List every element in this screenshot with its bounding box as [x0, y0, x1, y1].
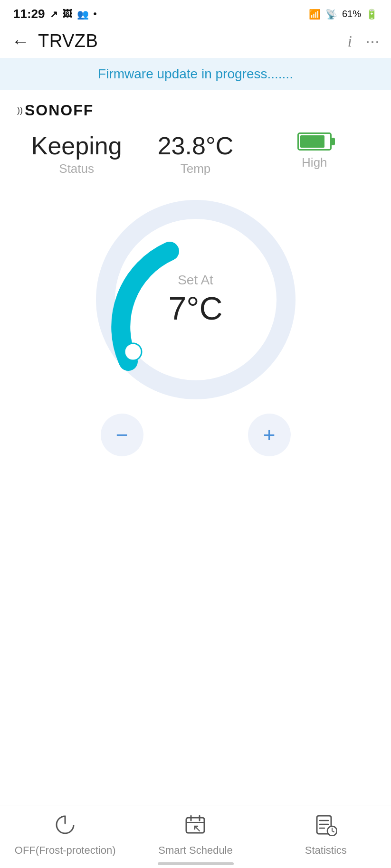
battery-fill	[300, 135, 324, 148]
page-title: TRVZB	[38, 31, 98, 51]
temp-label: Temp	[181, 161, 211, 176]
power-icon	[54, 814, 76, 840]
plus-icon: +	[263, 423, 276, 447]
status-bar-right: 📶 📡 61% 🔋	[309, 9, 378, 20]
svg-rect-3	[186, 818, 204, 833]
more-options-button[interactable]: ···	[365, 31, 380, 51]
controls-row: − +	[101, 414, 291, 456]
arrow-icon: ↗	[50, 9, 58, 20]
back-button[interactable]: ←	[11, 32, 29, 50]
dot-icon: •	[94, 9, 97, 19]
battery-percent: 61%	[342, 9, 361, 19]
bottom-nav: OFF(Frost-protection) Smart Schedule	[0, 805, 391, 868]
temp-value: 23.8°C	[158, 132, 234, 160]
nav-left: ← TRVZB	[11, 31, 98, 51]
brand-name: SONOFF	[25, 102, 94, 119]
battery-label: High	[302, 155, 327, 170]
status-value: Keeping	[31, 132, 122, 160]
sonoff-logo: )) SONOFF	[17, 102, 374, 119]
firmware-banner: Firmware update in progress.......	[0, 58, 391, 90]
wifi-icon: 📶	[309, 9, 321, 20]
top-nav: ← TRVZB i ···	[0, 26, 391, 58]
teams-icon: 👥	[77, 9, 89, 20]
status-stat: Keeping Status	[17, 132, 136, 176]
wifi-logo-icon: ))	[17, 105, 23, 115]
temp-stat: 23.8°C Temp	[136, 132, 255, 176]
firmware-text: Firmware update in progress.......	[98, 66, 293, 81]
dial-section: Set At 7°C − +	[0, 186, 391, 485]
battery-indicator	[297, 132, 332, 151]
status-bar-left: 11:29 ↗ 🖼 👥 •	[13, 7, 97, 21]
nav-label-power: OFF(Frost-protection)	[15, 844, 116, 857]
dial-center: Set At 7°C	[168, 273, 222, 327]
signal-icon: 📡	[325, 9, 337, 20]
battery-icon: 🔋	[366, 9, 378, 20]
statistics-icon	[315, 814, 337, 840]
nav-label-schedule: Smart Schedule	[158, 844, 233, 857]
nav-item-statistics[interactable]: Statistics	[261, 814, 391, 857]
status-bar: 11:29 ↗ 🖼 👥 • 📶 📡 61% 🔋	[0, 0, 391, 26]
schedule-icon	[184, 814, 206, 840]
temperature-dial[interactable]: Set At 7°C	[96, 200, 296, 399]
nav-right: i ···	[348, 31, 380, 51]
set-at-value: 7°C	[168, 290, 222, 327]
home-indicator	[158, 862, 234, 865]
increase-button[interactable]: +	[248, 414, 291, 456]
decrease-button[interactable]: −	[101, 414, 143, 456]
battery-stat: High	[255, 132, 374, 170]
minus-icon: −	[116, 423, 128, 447]
nav-item-schedule[interactable]: Smart Schedule	[130, 814, 260, 857]
device-section: )) SONOFF Keeping Status 23.8°C Temp Hig…	[0, 90, 391, 186]
nav-label-statistics: Statistics	[305, 844, 347, 857]
time-display: 11:29	[13, 7, 45, 21]
set-at-label: Set At	[178, 273, 213, 288]
nav-item-power[interactable]: OFF(Frost-protection)	[0, 814, 130, 857]
device-stats: Keeping Status 23.8°C Temp High	[17, 132, 374, 176]
svg-point-0	[124, 343, 142, 360]
image-icon: 🖼	[63, 9, 72, 19]
status-label: Status	[59, 161, 94, 176]
info-button[interactable]: i	[348, 32, 352, 50]
